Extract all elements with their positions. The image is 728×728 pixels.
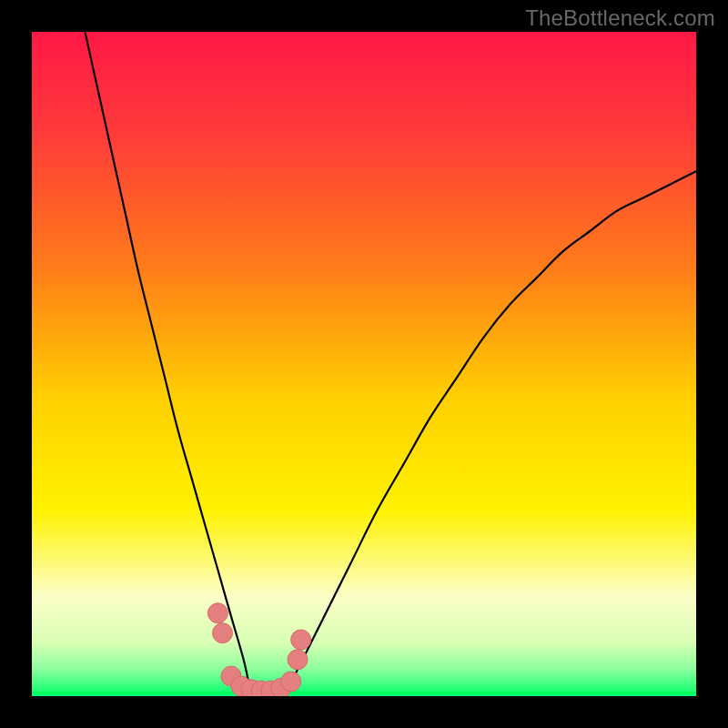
bottleneck-chart [32, 32, 696, 696]
marker-dot [213, 623, 233, 643]
gradient-background [32, 32, 696, 696]
chart-frame: TheBottleneck.com [0, 0, 728, 728]
marker-dot [288, 650, 308, 670]
watermark-text: TheBottleneck.com [525, 5, 715, 31]
marker-dot [281, 672, 301, 692]
marker-dot [291, 630, 311, 650]
plot-area [32, 32, 696, 696]
marker-dot [207, 603, 228, 623]
